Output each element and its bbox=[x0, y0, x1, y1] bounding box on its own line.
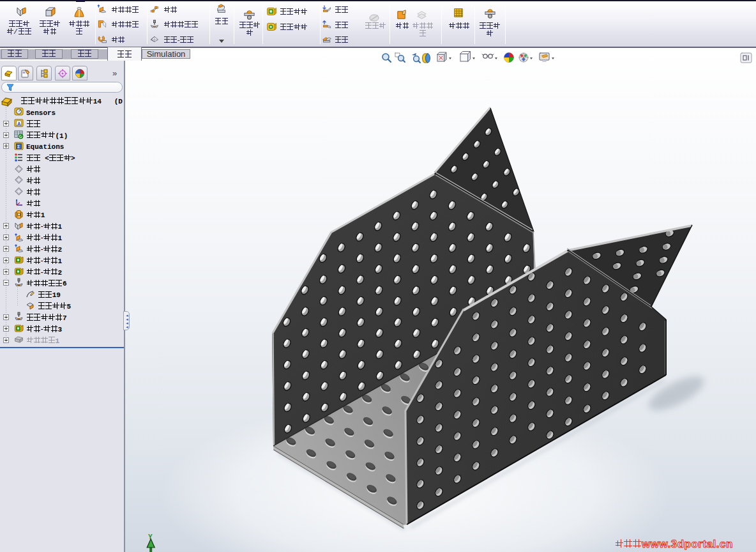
svg-text:A: A bbox=[17, 121, 21, 126]
svg-text:Σ: Σ bbox=[17, 144, 20, 148]
svg-text:Y: Y bbox=[148, 533, 153, 540]
